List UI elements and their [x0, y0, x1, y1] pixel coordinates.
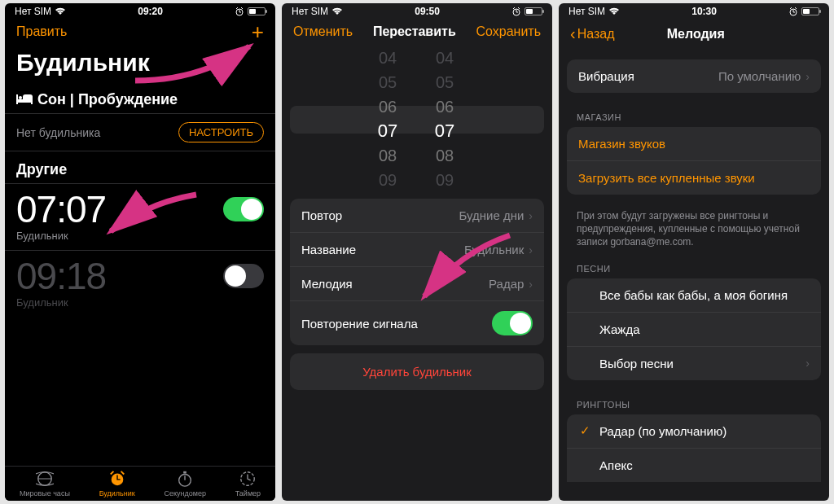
other-section-header: Другие: [5, 151, 275, 183]
nav-bar: Отменить Переставить Сохранить: [282, 18, 552, 46]
tab-label: Секундомер: [165, 489, 206, 497]
tab-world-clock[interactable]: Мировые часы: [20, 470, 70, 497]
alarm-time: 07:07: [16, 191, 106, 228]
minute-wheel[interactable]: 04 05 06 07 08 09 10: [420, 46, 469, 191]
svg-rect-4: [16, 94, 18, 99]
alarm-row-2[interactable]: 09:18: [5, 250, 275, 296]
svg-rect-3: [31, 103, 33, 104]
ringtone-row[interactable]: Апекс: [567, 448, 821, 482]
repeat-row[interactable]: Повтор Будние дни›: [290, 199, 544, 232]
wifi-icon: [331, 7, 343, 15]
row-label: Загрузить все купленные звуки: [578, 171, 755, 185]
songs-header: ПЕСНИ: [559, 252, 829, 278]
row-value: По умолчанию: [718, 69, 801, 83]
row-value: Радар: [489, 277, 524, 291]
nav-bar: Править +: [5, 18, 275, 46]
status-bar: Нет SIM 09:20: [5, 3, 275, 18]
chevron-right-icon: ›: [805, 357, 810, 370]
snooze-row: Повторение сигнала: [290, 300, 544, 345]
row-label: Повторение сигнала: [301, 317, 418, 331]
no-alarm-row: Нет будильника НАСТРОИТЬ: [5, 113, 275, 151]
status-time: 09:20: [138, 6, 163, 17]
song-label: Все бабы как бабы, а моя богиня: [599, 288, 788, 302]
alarm-status-icon: [235, 7, 244, 16]
checkmark-icon: ✓: [577, 423, 593, 438]
wifi-icon: [55, 7, 66, 15]
chevron-right-icon: ›: [529, 209, 533, 222]
save-button[interactable]: Сохранить: [476, 24, 541, 39]
ringtone-label: Радар (по умолчанию): [599, 424, 726, 438]
back-button[interactable]: ‹Назад: [570, 24, 615, 43]
nav-bar: ‹Назад Мелодия: [559, 18, 829, 50]
status-time: 09:50: [415, 6, 440, 17]
tab-stopwatch[interactable]: Секундомер: [165, 470, 206, 497]
page-title: Будильник: [5, 46, 275, 81]
alarm-status-icon: [788, 7, 798, 16]
chevron-left-icon: ‹: [570, 24, 576, 43]
time-picker[interactable]: 04 05 06 07 08 09 10 04 05 06 07 08 09 1…: [282, 46, 552, 191]
vibration-row[interactable]: Вибрация По умолчанию›: [567, 59, 821, 93]
row-label: Повтор: [301, 208, 342, 222]
alarm-label: Будильник: [5, 296, 275, 317]
store-sounds-row[interactable]: Магазин звуков: [567, 127, 821, 160]
tab-timer[interactable]: Таймер: [235, 470, 261, 497]
alarm-status-icon: [511, 7, 521, 16]
tab-alarm[interactable]: Будильник: [99, 470, 135, 497]
svg-rect-2: [16, 103, 18, 104]
svg-rect-1: [16, 99, 33, 103]
alarm-toggle[interactable]: [223, 264, 264, 288]
delete-card: Удалить будильник: [290, 353, 544, 390]
name-row[interactable]: Название Будильник›: [290, 232, 544, 266]
tab-bar: Мировые часы Будильник Секундомер Таймер: [5, 466, 275, 501]
cancel-button[interactable]: Отменить: [293, 24, 353, 39]
page-title: Мелодия: [667, 27, 725, 42]
no-alarm-label: Нет будильника: [16, 126, 100, 139]
edit-button[interactable]: Править: [16, 24, 67, 39]
svg-rect-9: [183, 471, 187, 474]
pick-song-row[interactable]: Выбор песни›: [567, 346, 821, 380]
chevron-right-icon: ›: [529, 278, 533, 291]
sound-row[interactable]: Мелодия Радар›: [290, 266, 544, 300]
carrier-label: Нет SIM: [568, 6, 605, 17]
page-title: Переставить: [373, 24, 456, 39]
download-all-row[interactable]: Загрузить все купленные звуки: [567, 160, 821, 195]
song-label: Жажда: [599, 322, 640, 336]
sleep-section-label: Сон | Пробуждение: [37, 91, 178, 108]
status-bar: Нет SIM 10:30: [559, 3, 829, 18]
songs-card: Все бабы как бабы, а моя богиня Жажда Вы…: [567, 278, 821, 380]
row-label: Вибрация: [578, 69, 634, 83]
screen-alarm-list: Нет SIM 09:20 Править + Будильник Сон | …: [5, 3, 275, 501]
snooze-toggle[interactable]: [492, 311, 533, 335]
ringtones-card: ✓Радар (по умолчанию) Апекс: [567, 414, 821, 482]
store-footer-note: При этом будут загружены все рингтоны и …: [559, 203, 829, 252]
row-label: Название: [301, 243, 356, 256]
delete-alarm-button[interactable]: Удалить будильник: [290, 353, 544, 390]
sleep-section-header: Сон | Пробуждение: [5, 81, 275, 113]
setup-button[interactable]: НАСТРОИТЬ: [178, 122, 264, 142]
store-header: МАГАЗИН: [559, 101, 829, 127]
screen-edit-alarm: Нет SIM 09:50 Отменить Переставить Сохра…: [282, 3, 552, 501]
ringtone-row[interactable]: ✓Радар (по умолчанию): [567, 414, 821, 448]
battery-icon: [525, 7, 542, 15]
song-row[interactable]: Все бабы как бабы, а моя богиня: [567, 278, 821, 312]
ringtones-header: РИНГТОНЫ: [559, 388, 829, 414]
status-time: 10:30: [691, 6, 717, 17]
row-label: Выбор песни: [599, 357, 674, 370]
svg-point-5: [19, 96, 22, 99]
battery-icon: [248, 7, 266, 15]
carrier-label: Нет SIM: [15, 6, 51, 17]
song-row[interactable]: Жажда: [567, 312, 821, 346]
alarm-toggle[interactable]: [223, 197, 264, 221]
add-alarm-button[interactable]: +: [252, 24, 264, 39]
status-bar: Нет SIM 09:50: [282, 3, 552, 18]
tab-label: Мировые часы: [20, 489, 70, 497]
hour-wheel[interactable]: 04 05 06 07 08 09 10: [363, 46, 412, 191]
tab-label: Будильник: [99, 489, 135, 497]
row-label: Мелодия: [301, 277, 353, 291]
bed-icon: [16, 91, 33, 108]
alarm-time: 09:18: [16, 257, 106, 295]
alarm-row-1[interactable]: 07:07: [5, 183, 275, 230]
settings-card: Повтор Будние дни› Название Будильник› М…: [290, 199, 544, 345]
chevron-right-icon: ›: [805, 70, 810, 83]
ringtone-label: Апекс: [599, 458, 633, 472]
